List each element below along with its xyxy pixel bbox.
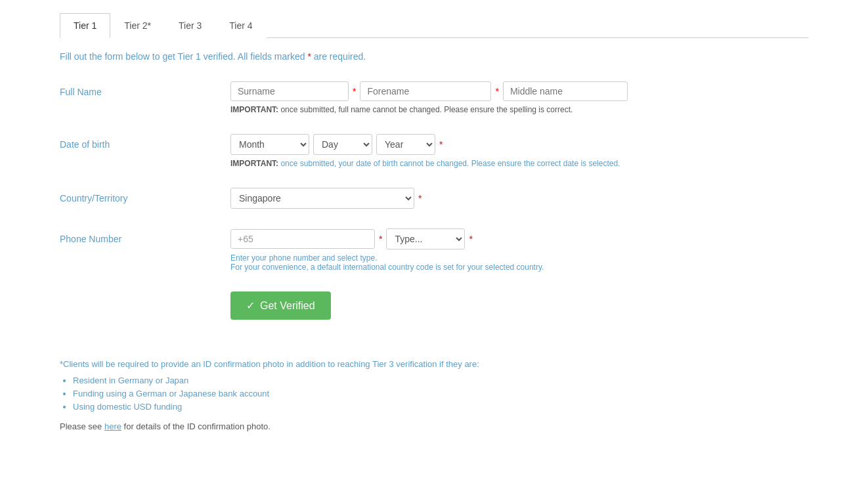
checkmark-icon: ✓ <box>246 299 255 312</box>
get-verified-button[interactable]: ✓ Get Verified <box>230 291 331 320</box>
country-row: Country/Territory Singapore Germany Japa… <box>60 188 808 209</box>
country-required: * <box>418 193 422 204</box>
id-confirmation-link[interactable]: here <box>104 421 121 431</box>
full-name-row: Full Name * * IMPORTANT: once submitted,… <box>60 81 808 114</box>
tab-tier2[interactable]: Tier 2* <box>110 13 165 38</box>
country-group: Singapore Germany Japan United States Un… <box>230 188 808 209</box>
month-select[interactable]: Month JanuaryFebruaryMarch AprilMayJune … <box>230 134 309 155</box>
phone-group: * Type... Mobile Home Work * <box>230 228 808 249</box>
list-item: Funding using a German or Japanese bank … <box>73 389 808 398</box>
required-star-desc: * <box>307 51 311 62</box>
dob-fields: Month JanuaryFebruaryMarch AprilMayJune … <box>230 134 808 168</box>
phone-required: * <box>379 234 382 244</box>
dob-group: Month JanuaryFebruaryMarch AprilMayJune … <box>230 134 808 155</box>
tier-tabs: Tier 1 Tier 2* Tier 3 Tier 4 <box>60 13 808 38</box>
phone-helper: Enter your phone number and select type.… <box>230 253 808 272</box>
footer-note: *Clients will be required to provide an … <box>60 359 808 431</box>
year-select[interactable]: Year 200019991998199019851980 <box>376 134 435 155</box>
phone-input[interactable] <box>230 229 375 249</box>
phone-label: Phone Number <box>60 228 230 244</box>
middle-name-input[interactable] <box>503 81 628 101</box>
surname-required: * <box>353 86 356 97</box>
full-name-important: IMPORTANT: once submitted, full name can… <box>230 105 808 114</box>
list-item: Resident in Germany or Japan <box>73 376 808 385</box>
phone-type-required: * <box>469 234 472 244</box>
phone-fields: * Type... Mobile Home Work * Enter your … <box>230 228 808 272</box>
tab-tier4[interactable]: Tier 4 <box>215 13 266 38</box>
full-name-label: Full Name <box>60 81 230 97</box>
form-description: Fill out the form below to get Tier 1 ve… <box>60 51 808 62</box>
country-select[interactable]: Singapore Germany Japan United States Un… <box>230 188 414 209</box>
phone-type-select[interactable]: Type... Mobile Home Work <box>386 228 465 249</box>
full-name-fields: * * IMPORTANT: once submitted, full name… <box>230 81 808 114</box>
surname-input[interactable] <box>230 81 349 101</box>
footer-last-line: Please see here for details of the ID co… <box>60 421 808 431</box>
footer-list: Resident in Germany or Japan Funding usi… <box>73 376 808 412</box>
tab-tier3[interactable]: Tier 3 <box>165 13 215 38</box>
get-verified-label: Get Verified <box>260 300 315 312</box>
forename-input[interactable] <box>360 81 491 101</box>
country-label: Country/Territory <box>60 188 230 204</box>
dob-important: IMPORTANT: once submitted, your date of … <box>230 159 808 168</box>
phone-row: Phone Number * Type... Mobile Home Work … <box>60 228 808 272</box>
list-item: Using domestic USD funding <box>73 402 808 412</box>
full-name-group: * * <box>230 81 808 101</box>
day-select[interactable]: Day 12345 678910 1112131415 1617181920 2… <box>313 134 372 155</box>
dob-row: Date of birth Month JanuaryFebruaryMarch… <box>60 134 808 168</box>
dob-required: * <box>439 139 443 150</box>
forename-required: * <box>495 86 498 97</box>
country-fields: Singapore Germany Japan United States Un… <box>230 188 808 209</box>
footer-note-text: *Clients will be required to provide an … <box>60 359 808 369</box>
dob-label: Date of birth <box>60 134 230 150</box>
tab-tier1[interactable]: Tier 1 <box>60 13 110 38</box>
